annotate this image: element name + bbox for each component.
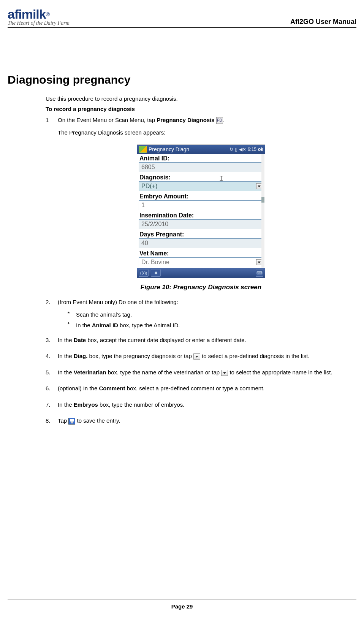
section-heading: Diagnosing pregnancy	[8, 73, 356, 86]
field-insemination-date[interactable]: 25/2/2010	[139, 219, 263, 229]
step-text: In the Date box, accept the current date…	[58, 336, 356, 345]
chevron-down-icon	[193, 353, 200, 360]
figure-caption: Figure 10: Pregnancy Diagnosis screen	[46, 284, 356, 291]
intro-text: Use this procedure to record a pregnancy…	[46, 95, 356, 102]
step-text: Tap to save the entry.	[58, 417, 356, 425]
sync-icon[interactable]: ↻	[229, 147, 233, 152]
field-embryo-amount[interactable]: 1	[139, 200, 263, 210]
start-icon[interactable]	[139, 146, 147, 153]
label-embryo-amount: Embryo Amount:	[137, 192, 265, 200]
step-number: 5.	[46, 368, 58, 381]
window-titlebar: Pregnancy Diagn ↻ ▯ ◀✕ 6:15 ok	[137, 145, 265, 154]
logo: afimilk® The Heart of the Dairy Farm	[8, 8, 70, 26]
scrollbar[interactable]	[261, 154, 264, 268]
step-number: 7.	[46, 401, 58, 413]
figure-10: Pregnancy Diagn ↻ ▯ ◀✕ 6:15 ok Animal ID…	[46, 144, 356, 291]
step-6: 6. (optional) In the Comment box, select…	[46, 384, 356, 397]
step-text: (from Event Menu only) Do one of the fol…	[58, 298, 356, 307]
window-title: Pregnancy Diagn	[149, 146, 228, 152]
step-2: 2. (from Event Menu only) Do one of the …	[46, 298, 356, 332]
bullet-item: * Scan the animal's tag.	[67, 311, 356, 319]
clock-text: 6:15	[248, 147, 256, 152]
save-icon	[68, 418, 75, 425]
step-3: 3. In the Date box, accept the current d…	[46, 336, 356, 349]
keyboard-icon[interactable]: ⌨	[256, 269, 263, 277]
label-diagnosis: Diagnosis:	[137, 173, 265, 181]
bullet-item: * In the Animal ID box, type the Animal …	[67, 321, 356, 330]
field-days-pregnant[interactable]: 40	[139, 238, 263, 248]
label-animal-id: Animal ID:	[137, 154, 265, 162]
step-7: 7. In the Embryos box, type the number o…	[46, 401, 356, 413]
content-body: Use this procedure to record a pregnancy…	[46, 95, 356, 429]
ok-button[interactable]: ok	[258, 147, 263, 152]
step-1: 1 On the Event Menu or Scan Menu, tap Pr…	[46, 116, 356, 141]
scrollbar-thumb[interactable]	[261, 197, 264, 203]
label-vet-name: Vet Name:	[137, 249, 265, 257]
step-number: 6.	[46, 384, 58, 397]
chevron-down-icon	[221, 370, 228, 376]
bullet-mark: *	[67, 311, 76, 319]
page-number: Page 29	[171, 603, 193, 610]
delete-icon[interactable]: ✖	[151, 269, 161, 277]
procedure-subhead: To record a pregnancy diagnosis	[46, 106, 356, 112]
bottom-toolbar: ((•)) ✖ ⌨	[137, 268, 265, 278]
step-text: On the Event Menu or Scan Menu, tap Preg…	[58, 116, 356, 125]
label-insemination-date: Insemination Date:	[137, 211, 265, 219]
step-8: 8. Tap to save the entry.	[46, 417, 356, 429]
text-cursor-icon: 𝙸	[219, 174, 224, 182]
volume-icon[interactable]: ◀✕	[239, 147, 246, 152]
step-number: 1	[46, 116, 58, 141]
step-text: In the Embryos box, type the number of e…	[58, 401, 356, 409]
label-days-pregnant: Days Pregnant:	[137, 230, 265, 238]
step-number: 8.	[46, 417, 58, 429]
scan-icon[interactable]: ((•))	[139, 269, 149, 277]
step-5: 5. In the Veterinarian box, type the nam…	[46, 368, 356, 381]
bullet-mark: *	[67, 321, 76, 330]
step-text: In the Veterinarian box, type the name o…	[58, 368, 356, 377]
field-animal-id[interactable]: 6805	[139, 162, 263, 172]
logo-registered: ®	[46, 11, 50, 17]
page-header: afimilk® The Heart of the Dairy Farm Afi…	[8, 8, 356, 28]
pd-icon: PD	[216, 117, 223, 124]
step-text: (optional) In the Comment box, select a …	[58, 384, 356, 393]
field-vet-name[interactable]: Dr. Bovine	[139, 257, 263, 267]
signal-icon: ▯	[235, 147, 237, 152]
step-number: 2.	[46, 298, 58, 332]
step-number: 3.	[46, 336, 58, 349]
logo-text: afimilk	[8, 7, 46, 21]
step-text: In the Diag. box, type the pregnancy dia…	[58, 352, 356, 361]
step-text-2: The Pregnancy Diagnosis screen appears:	[58, 128, 356, 137]
device-screenshot: Pregnancy Diagn ↻ ▯ ◀✕ 6:15 ok Animal ID…	[137, 144, 265, 278]
page-footer: Page 29	[8, 599, 356, 610]
step-number: 4.	[46, 352, 58, 364]
document-title: Afi2GO User Manual	[290, 18, 356, 26]
field-diagnosis[interactable]: PD(+)	[139, 181, 263, 191]
logo-tagline: The Heart of the Dairy Farm	[8, 21, 70, 26]
form-area: Animal ID: 6805 Diagnosis: PD(+) Embryo …	[137, 154, 265, 267]
step-4: 4. In the Diag. box, type the pregnancy …	[46, 352, 356, 364]
